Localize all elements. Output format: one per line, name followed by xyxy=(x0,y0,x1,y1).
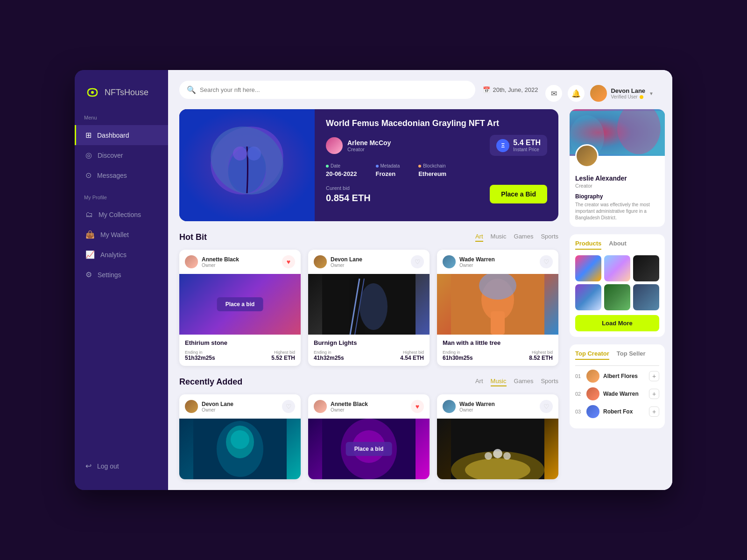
meta-date: Date 20-06-2022 xyxy=(326,163,357,177)
hot-bit-filters: Art Music Games Sports xyxy=(475,233,558,242)
logout-button[interactable]: ↩ Log out xyxy=(75,456,168,476)
svg-point-11 xyxy=(359,283,388,330)
mail-button[interactable]: ✉ xyxy=(545,85,562,102)
recent-owner-role-1: Owner xyxy=(331,407,368,413)
hot-bit-title: Hot Bit xyxy=(179,232,207,242)
hot-bit-grid: Annette Black Owner ♥ Place a bid Ethiri… xyxy=(179,250,558,366)
svg-point-27 xyxy=(493,449,502,458)
svg-point-28 xyxy=(503,452,511,460)
recently-filter-music[interactable]: Music xyxy=(491,378,507,386)
search-input[interactable] xyxy=(200,86,468,93)
wallet-icon: 👜 xyxy=(85,230,95,239)
recent-card-1: Annette Black Owner ♥ xyxy=(308,394,430,479)
like-button-2[interactable]: ♡ xyxy=(540,255,553,268)
filter-sports[interactable]: Sports xyxy=(541,233,558,242)
add-creator-0-button[interactable]: + xyxy=(649,371,659,381)
tab-top-seller[interactable]: Top Seller xyxy=(617,350,646,360)
recent-like-button-1[interactable]: ♥ xyxy=(411,400,424,413)
tab-products[interactable]: Products xyxy=(575,240,601,250)
load-more-button[interactable]: Load More xyxy=(575,315,659,331)
creator-info: Arlene McCoy Creator xyxy=(326,137,391,154)
user-profile-button[interactable]: Devon Lane Verified User ▼ xyxy=(590,85,654,102)
sidebar-item-my-wallet[interactable]: 👜 My Wallet xyxy=(75,224,168,245)
center-panel: World Femus Macedonian Grayling NFT Art … xyxy=(168,109,570,490)
sidebar-item-settings[interactable]: ⚙ Settings xyxy=(75,265,168,285)
place-bid-button[interactable]: Place a Bid xyxy=(490,185,547,203)
top-creator-name-1: Wade Warren xyxy=(603,391,645,397)
nft-image-2 xyxy=(437,274,558,335)
owner-role-1: Owner xyxy=(331,263,362,268)
nft-name-2: Man with a little tree xyxy=(443,339,553,346)
main-content: 🔍 📅 20th, June, 2022 ✉ 🔔 Devon Lane Veri… xyxy=(168,70,672,490)
nft-name-0: Ethirium stone xyxy=(185,339,295,346)
products-tabs: Products About xyxy=(575,240,659,250)
filter-games[interactable]: Games xyxy=(514,233,534,242)
owner-avatar-2 xyxy=(443,255,456,268)
svg-point-7 xyxy=(247,147,261,161)
top-creator-avatar-2 xyxy=(586,405,599,418)
sidebar-item-dashboard[interactable]: ⊞ Dashboard xyxy=(75,125,168,145)
place-bid-overlay-0[interactable]: Place a bid xyxy=(217,297,263,311)
products-section: Products About Load More xyxy=(570,234,665,337)
product-thumb-0 xyxy=(575,255,601,281)
tab-about[interactable]: About xyxy=(609,240,627,250)
nft-image-0: Place a bid xyxy=(179,274,301,335)
verified-icon xyxy=(640,95,643,99)
collections-icon: 🗂 xyxy=(85,210,93,219)
sidebar-item-my-collections[interactable]: 🗂 My Collections xyxy=(75,205,168,224)
price-value: 5.4 ETH xyxy=(513,139,541,147)
sidebar-item-discover[interactable]: ◎ Discover xyxy=(75,145,168,165)
creator-card-role: Creator xyxy=(575,183,659,189)
recent-nft-image-1: Place a bid xyxy=(308,419,430,479)
logout-icon: ↩ xyxy=(85,462,92,470)
avatar xyxy=(590,85,607,102)
sidebar-item-messages[interactable]: ⊙ Messages xyxy=(75,165,168,185)
product-thumb-5 xyxy=(633,284,659,310)
meta-row: Date 20-06-2022 Metadata Frozen xyxy=(326,163,547,177)
like-button-1[interactable]: ♡ xyxy=(411,255,424,268)
add-creator-1-button[interactable]: + xyxy=(649,389,659,399)
like-button-0[interactable]: ♥ xyxy=(282,255,295,268)
main-header: 🔍 📅 20th, June, 2022 ✉ 🔔 Devon Lane Veri… xyxy=(168,70,672,109)
sidebar-item-analytics[interactable]: 📈 Analytics xyxy=(75,245,168,265)
owner-role-0: Owner xyxy=(202,263,239,268)
recently-filter-art[interactable]: Art xyxy=(475,378,483,386)
user-role: Verified User xyxy=(611,94,645,99)
recent-like-button-2[interactable]: ♡ xyxy=(540,400,553,413)
filter-music[interactable]: Music xyxy=(491,233,507,242)
top-creator-2: 03 Robert Fox + xyxy=(575,405,659,418)
menu-label: Menu xyxy=(75,115,168,125)
add-creator-2-button[interactable]: + xyxy=(649,406,659,417)
filter-art[interactable]: Art xyxy=(475,233,483,242)
recently-filter-sports[interactable]: Sports xyxy=(541,378,558,386)
svg-point-26 xyxy=(485,452,492,460)
analytics-icon: 📈 xyxy=(85,250,95,259)
sidebar: NFTsHouse Menu ⊞ Dashboard ◎ Discover ⊙ … xyxy=(75,70,168,490)
content-area: World Femus Macedonian Grayling NFT Art … xyxy=(168,109,672,490)
product-thumb-3 xyxy=(575,284,601,310)
top-creator-avatar-1 xyxy=(586,387,599,400)
creator-name: Arlene McCoy xyxy=(347,139,391,147)
calendar-icon: 📅 xyxy=(483,86,490,93)
notifications-button[interactable]: 🔔 xyxy=(568,85,585,102)
creator-card-avatar xyxy=(575,144,599,168)
owner-avatar-1 xyxy=(314,255,327,268)
recent-like-button-0[interactable]: ♡ xyxy=(282,400,295,413)
logo: NFTsHouse xyxy=(75,84,168,115)
recent-place-bid-overlay-1[interactable]: Place a bid xyxy=(346,442,392,456)
top-creator-name-0: Albert Flores xyxy=(603,373,645,379)
tab-top-creator[interactable]: Top Creator xyxy=(575,350,609,360)
blockchain-dot xyxy=(418,165,421,168)
featured-title: World Femus Macedonian Grayling NFT Art xyxy=(326,119,547,128)
date-display: 📅 20th, June, 2022 xyxy=(483,86,538,93)
date-dot xyxy=(326,165,329,168)
hot-bit-header: Hot Bit Art Music Games Sports xyxy=(179,232,558,242)
recently-filter-games[interactable]: Games xyxy=(514,378,534,386)
search-icon: 🔍 xyxy=(187,85,196,94)
creator-avatar xyxy=(326,137,343,154)
recently-added-title: Recently Added xyxy=(179,377,242,387)
recent-owner-role-0: Owner xyxy=(202,407,233,413)
user-name: Devon Lane xyxy=(611,87,645,94)
top-creator-0: 01 Albert Flores + xyxy=(575,370,659,383)
divider xyxy=(575,365,659,366)
